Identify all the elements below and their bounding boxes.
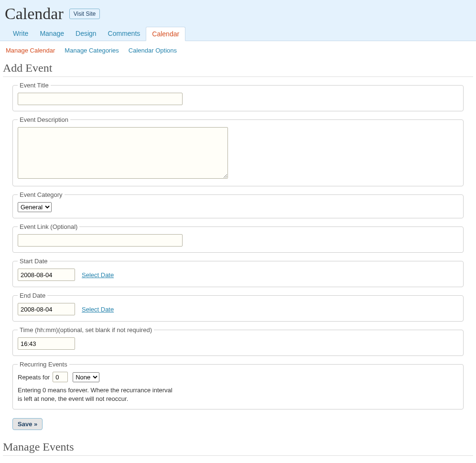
repeats-count-input[interactable] (53, 372, 68, 382)
col-repeats: Repeats (296, 461, 336, 463)
time-input[interactable] (18, 337, 75, 350)
title-row: Calendar Visit Site (5, 5, 471, 27)
start-date-input[interactable] (18, 269, 75, 281)
tab-calendar[interactable]: Calendar (146, 27, 185, 41)
col-author: Author (336, 461, 371, 463)
col-title: Title (22, 461, 55, 463)
event-title-fieldset: Event Title (12, 82, 464, 111)
main-tabs: Write Manage Design Comments Calendar (5, 27, 471, 41)
tab-write[interactable]: Write (7, 27, 34, 41)
start-select-date-link[interactable]: Select Date (82, 271, 114, 279)
time-legend: Time (hh:mm)(optional, set blank if not … (18, 326, 154, 334)
recurring-fieldset: Recurring Events Repeats for None Enteri… (12, 361, 464, 409)
event-category-fieldset: Event Category General (12, 191, 464, 218)
end-date-legend: End Date (18, 292, 47, 299)
col-end: End Date (210, 461, 260, 463)
subtab-manage-categories[interactable]: Manage Categories (65, 47, 119, 54)
site-title: Calendar (5, 5, 64, 23)
event-link-legend: Event Link (Optional) (18, 223, 79, 230)
col-delete: Delete (440, 461, 473, 463)
col-id: ID (3, 461, 22, 463)
save-button[interactable]: Save » (12, 418, 43, 430)
visit-site-button[interactable]: Visit Site (69, 9, 100, 19)
end-select-date-link[interactable]: Select Date (82, 306, 114, 313)
start-date-fieldset: Start Date Select Date (12, 258, 464, 287)
events-table: ID Title Description Start Date End Date… (3, 461, 473, 463)
manage-events-heading: Manage Events (3, 438, 473, 456)
recurring-legend: Recurring Events (18, 361, 69, 368)
event-title-input[interactable] (18, 93, 183, 105)
col-category: Category (371, 461, 415, 463)
header: Calendar Visit Site Write Manage Design … (0, 0, 476, 41)
event-desc-textarea[interactable] (18, 127, 228, 179)
event-category-select[interactable]: General (18, 202, 52, 212)
tab-manage[interactable]: Manage (34, 27, 70, 41)
recurring-help: Entering 0 means forever. Where the recu… (18, 386, 458, 403)
start-date-legend: Start Date (18, 258, 50, 265)
subtab-manage-calendar[interactable]: Manage Calendar (6, 47, 55, 54)
col-start: Start Date (160, 461, 209, 463)
end-date-fieldset: End Date Select Date (12, 292, 464, 322)
col-recurs: Recurs (260, 461, 296, 463)
event-desc-fieldset: Event Description (12, 116, 464, 186)
content: Add Event Event Title Event Description … (0, 59, 476, 463)
time-fieldset: Time (hh:mm)(optional, set blank if not … (12, 326, 464, 356)
subtab-calendar-options[interactable]: Calendar Options (129, 47, 177, 54)
event-link-input[interactable] (18, 234, 183, 247)
tab-design[interactable]: Design (70, 27, 102, 41)
event-link-fieldset: Event Link (Optional) (12, 223, 464, 253)
event-category-legend: Event Category (18, 191, 65, 198)
tab-comments[interactable]: Comments (102, 27, 146, 41)
repeats-unit-select[interactable]: None (73, 372, 99, 382)
event-desc-legend: Event Description (18, 116, 70, 123)
add-event-heading: Add Event (3, 59, 473, 77)
table-header-row: ID Title Description Start Date End Date… (3, 461, 473, 463)
col-desc: Description (55, 461, 160, 463)
col-edit: Edit (415, 461, 440, 463)
event-title-legend: Event Title (18, 82, 51, 89)
end-date-input[interactable] (18, 303, 75, 315)
repeats-for-label: Repeats for (18, 374, 50, 381)
sub-tabs: Manage Calendar Manage Categories Calend… (0, 41, 476, 59)
